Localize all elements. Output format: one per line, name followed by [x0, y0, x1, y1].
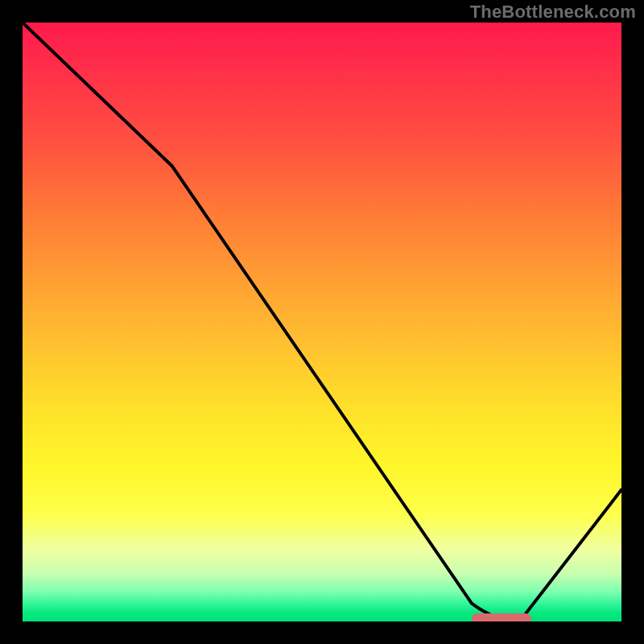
plot-area: [23, 23, 621, 621]
optimal-range-marker: [472, 613, 531, 621]
watermark-text: TheBottleneck.com: [470, 2, 636, 23]
curve-path: [23, 23, 621, 621]
bottleneck-curve: [23, 23, 621, 621]
chart-frame: TheBottleneck.com: [0, 0, 644, 644]
